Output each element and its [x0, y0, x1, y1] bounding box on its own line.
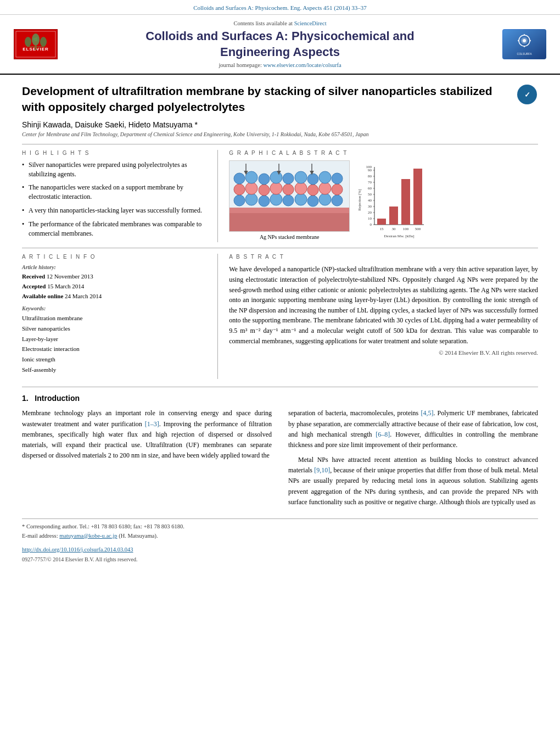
svg-point-21: [245, 193, 257, 205]
footnote-section: * Corresponding author. Tel.: +81 78 803…: [22, 518, 538, 564]
article-dates: Received 12 November 2013 Accepted 15 Ma…: [22, 272, 206, 301]
article-title: Development of ultrafiltration membrane …: [22, 83, 505, 115]
svg-point-5: [32, 34, 40, 46]
svg-text:Dextran Mw. [kDa]: Dextran Mw. [kDa]: [384, 234, 415, 238]
svg-text:30: 30: [368, 204, 372, 209]
introduction-text: Membrane technology plays an important r…: [22, 408, 538, 512]
svg-point-30: [245, 182, 257, 194]
keyword: Electrostatic interaction: [22, 345, 80, 352]
ref-link[interactable]: [1–3]: [145, 420, 159, 428]
svg-point-26: [307, 196, 318, 207]
graphical-abstract-content: Ag NPs stacked membrane 0 10 20 30 40: [229, 160, 538, 240]
highlights-column: H I G H L I G H T S Silver nanoparticles…: [22, 150, 218, 243]
ref-link[interactable]: [9,10]: [314, 466, 330, 474]
keywords-label: Keywords:: [22, 305, 206, 311]
crossmark-icon: ✓: [516, 83, 538, 105]
svg-rect-75: [377, 219, 386, 225]
svg-point-46: [332, 173, 343, 184]
svg-point-34: [295, 182, 307, 194]
authors: Shinji Kawada, Daisuke Saeki, Hideto Mat…: [22, 120, 538, 129]
article-history-label: Article history:: [22, 264, 206, 270]
journal-header-center: Contents lists available at ScienceDirec…: [60, 20, 500, 68]
keyword: Layer-by-layer: [22, 336, 58, 342]
svg-text:70: 70: [368, 180, 372, 185]
list-item: Silver nanoparticles were prepared using…: [22, 160, 206, 179]
list-item: A very thin nanoparticles-stacking layer…: [22, 206, 206, 215]
intro-col-2: separation of bacteria, macromolecules, …: [288, 408, 538, 512]
svg-point-22: [259, 196, 270, 207]
footnote-line: * Corresponding author. Tel.: +81 78 803…: [22, 522, 538, 532]
svg-text:100: 100: [366, 165, 372, 169]
introduction-title: 1. Introduction: [22, 394, 538, 403]
svg-point-13: [523, 39, 526, 42]
highlights-graphical-section: H I G H L I G H T S Silver nanoparticles…: [22, 144, 538, 243]
issn-line: 0927-7757/© 2014 Elsevier B.V. All right…: [22, 555, 538, 564]
article-info-column: A R T I C L E I N F O Article history: R…: [22, 254, 218, 379]
sciencedirect-link[interactable]: ScienceDirect: [294, 20, 327, 26]
svg-point-42: [283, 173, 294, 184]
graphical-caption: Ag NPs stacked membrane: [229, 234, 350, 240]
svg-text:Rejection [%]: Rejection [%]: [357, 189, 362, 211]
svg-text:COLSURFA: COLSURFA: [517, 52, 533, 55]
doi-link[interactable]: http://dx.doi.org/10.1016/j.colsurfa.201…: [22, 546, 133, 553]
svg-point-31: [259, 185, 270, 196]
article-title-section: Development of ultrafiltration membrane …: [22, 83, 538, 115]
svg-point-41: [270, 171, 282, 183]
svg-text:✓: ✓: [524, 91, 530, 99]
svg-point-24: [283, 195, 294, 206]
highlights-list: Silver nanoparticles were prepared using…: [22, 160, 206, 238]
svg-point-40: [259, 174, 270, 185]
svg-point-38: [234, 173, 245, 184]
svg-text:30: 30: [392, 227, 396, 231]
article-info-abstract-section: A R T I C L E I N F O Article history: R…: [22, 248, 538, 379]
abstract-column: A B S T R A C T We have developed a nano…: [218, 254, 538, 379]
svg-text:80: 80: [368, 174, 372, 178]
article-history: Article history: Received 12 November 20…: [22, 264, 206, 301]
homepage-link[interactable]: www.elsevier.com/locate/colsurfa: [263, 62, 341, 68]
article-info-label: A R T I C L E I N F O: [22, 254, 206, 260]
svg-rect-7: [35, 46, 37, 50]
affiliation: Center for Membrane and Film Technology,…: [22, 131, 538, 137]
keyword: Self-assembly: [22, 366, 56, 373]
svg-point-37: [332, 184, 343, 195]
svg-point-33: [283, 184, 294, 195]
svg-point-44: [307, 174, 318, 185]
keyword: Ionic strength: [22, 356, 55, 362]
keywords-list: Ultrafiltration membrane Silver nanopart…: [22, 313, 206, 375]
ref-link[interactable]: [6–8]: [376, 431, 390, 438]
journal-title: Colloids and Surfaces A: Physicochemical…: [60, 29, 500, 60]
svg-rect-18: [229, 210, 350, 232]
svg-point-43: [295, 171, 307, 183]
graphical-abstract-label: G R A P H I C A L A B S T R A C T: [229, 150, 538, 156]
keyword: Silver nanoparticles: [22, 325, 70, 332]
journal-citation: Colloids and Surfaces A: Physicochem. En…: [193, 4, 367, 11]
svg-rect-77: [389, 207, 398, 225]
svg-rect-79: [401, 179, 410, 225]
svg-point-25: [295, 193, 307, 205]
svg-text:40: 40: [368, 198, 372, 203]
svg-text:500: 500: [415, 227, 421, 231]
intro-paragraph-3: Metal NPs have attracted recent attentio…: [288, 455, 538, 507]
contents-line: Contents lists available at ScienceDirec…: [60, 20, 500, 26]
email-label: E-mail address:: [22, 533, 58, 539]
journal-logo-img: COLSURFA: [502, 29, 546, 59]
ref-link[interactable]: [4,5]: [421, 409, 433, 417]
svg-point-39: [245, 171, 257, 183]
email-line: E-mail address: matuyama@kobe-u.ac.jp (H…: [22, 532, 538, 541]
svg-point-6: [40, 37, 47, 47]
svg-point-29: [234, 184, 245, 195]
intro-col-1: Membrane technology plays an important r…: [22, 408, 272, 512]
email-link[interactable]: matuyama@kobe-u.ac.jp: [59, 533, 117, 539]
intro-paragraph-2: separation of bacteria, macromolecules, …: [288, 408, 538, 450]
introduction-section: 1. Introduction Membrane technology play…: [22, 387, 538, 512]
elsevier-logo: 🌿 ELSEVIER: [11, 28, 60, 61]
svg-point-28: [332, 195, 343, 206]
rejection-chart: 0 10 20 30 40 50 60 70 80 90 100: [355, 164, 421, 236]
svg-point-36: [319, 182, 331, 194]
svg-point-27: [319, 193, 331, 205]
svg-point-4: [25, 37, 31, 47]
svg-text:100: 100: [403, 227, 409, 231]
svg-point-23: [270, 193, 282, 205]
abstract-text: We have developed a nanoparticle (NP)-st…: [229, 264, 538, 346]
corresponding-author-note: * Corresponding author. Tel.: +81 78 803…: [22, 523, 184, 529]
